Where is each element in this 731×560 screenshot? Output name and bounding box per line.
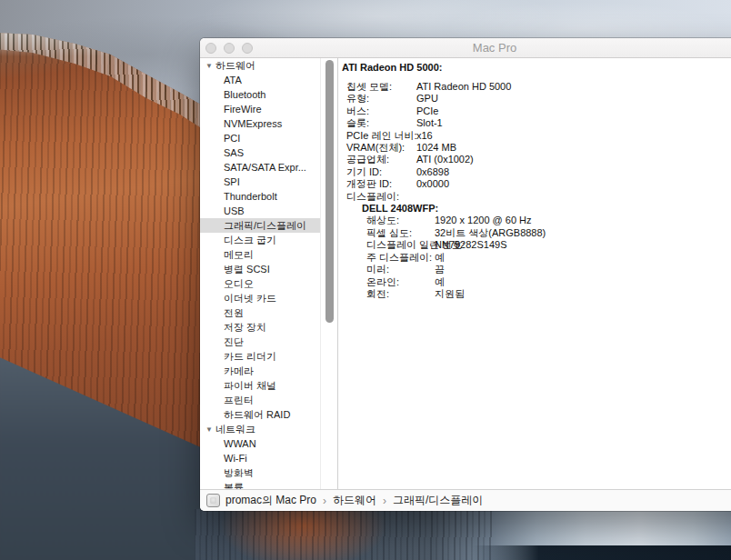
sidebar-list: ▼하드웨어 ATA Bluetooth FireWire NVMExpress … xyxy=(200,58,320,489)
breadcrumb-graphics-displays: 그래픽/디스플레이 xyxy=(393,493,483,508)
computer-icon xyxy=(206,494,220,507)
sidebar-item-power[interactable]: 전원 xyxy=(200,305,320,320)
sidebar-item-audio[interactable]: 오디오 xyxy=(200,276,320,291)
sidebar-item-nvmexpress[interactable]: NVMExpress xyxy=(200,116,320,131)
system-information-window: Mac Pro ▼하드웨어 ATA Bluetooth FireWire NVM… xyxy=(200,38,731,511)
info-row-revision-id: 개정판 ID:0x0000 xyxy=(342,178,731,190)
sidebar-item-printers[interactable]: 프린터 xyxy=(200,393,320,407)
sidebar-item-pci[interactable]: PCI xyxy=(200,131,320,145)
gpu-info-rows: 칩셋 모델:ATI Radeon HD 5000 유형:GPU 버스:PCIe … xyxy=(342,81,731,300)
info-panel: ATI Radeon HD 5000: 칩셋 모델:ATI Radeon HD … xyxy=(338,58,731,489)
info-row-bus: 버스:PCIe xyxy=(342,105,731,117)
sidebar-item-firewall[interactable]: 방화벽 xyxy=(200,465,320,480)
info-row-vram: VRAM(전체):1024 MB xyxy=(342,142,731,154)
info-row-chipset-model: 칩셋 모델:ATI Radeon HD 5000 xyxy=(342,81,731,93)
sidebar-item-storage[interactable]: 저장 장치 xyxy=(200,320,320,335)
sidebar-item-parallel-scsi[interactable]: 병렬 SCSI xyxy=(200,262,320,276)
breadcrumb-hardware: 하드웨어 xyxy=(333,493,376,508)
window-title: Mac Pro xyxy=(200,38,731,58)
sidebar-group-network[interactable]: ▼네트워크 xyxy=(200,422,320,436)
sidebar-group-label: 하드웨어 xyxy=(215,60,255,71)
sidebar-item-usb[interactable]: USB xyxy=(200,204,320,218)
sidebar-item-ata[interactable]: ATA xyxy=(200,73,320,87)
sidebar-item-volumes[interactable]: 볼륨 xyxy=(200,480,320,489)
display-row-pixel-depth: 픽셀 심도:32비트 색상(ARGB8888) xyxy=(342,227,731,239)
info-row-vendor: 공급업체:ATI (0x1002) xyxy=(342,154,731,165)
sidebar-item-spi[interactable]: SPI xyxy=(200,175,320,189)
breadcrumb-statusbar: promac의 Mac Pro › 하드웨어 › 그래픽/디스플레이 xyxy=(200,489,731,511)
sidebar-item-card-reader[interactable]: 카드 리더기 xyxy=(200,349,320,364)
sidebar-item-disc-burning[interactable]: 디스크 굽기 xyxy=(200,233,320,247)
sidebar-item-sas[interactable]: SAS xyxy=(200,145,320,160)
disclosure-triangle-icon[interactable]: ▼ xyxy=(205,59,215,73)
chevron-right-icon: › xyxy=(383,495,386,507)
window-body: ▼하드웨어 ATA Bluetooth FireWire NVMExpress … xyxy=(200,58,731,489)
display-row-serial-number: 디스플레이 일련 번호:NN79282S149S xyxy=(342,239,731,251)
gpu-section-title: ATI Radeon HD 5000: xyxy=(342,61,731,74)
info-row-pcie-lane-width: PCIe 레인 너비:x16 xyxy=(342,130,731,142)
sidebar-item-hardware-raid[interactable]: 하드웨어 RAID xyxy=(200,407,320,422)
sidebar-group-hardware[interactable]: ▼하드웨어 xyxy=(200,58,320,73)
sidebar-item-memory[interactable]: 메모리 xyxy=(200,247,320,262)
sidebar-item-graphics-displays[interactable]: 그래픽/디스플레이 xyxy=(200,218,320,233)
info-row-displays-header: 디스플레이: xyxy=(342,191,731,203)
breadcrumb-computer: promac의 Mac Pro xyxy=(225,493,316,508)
sidebar-item-ethernet-cards[interactable]: 이더넷 카드 xyxy=(200,291,320,305)
sidebar-scrollbar-thumb[interactable] xyxy=(325,60,334,323)
display-row-resolution: 해상도:1920 x 1200 @ 60 Hz xyxy=(342,215,731,226)
sidebar-item-sata[interactable]: SATA/SATA Expr... xyxy=(200,160,320,175)
sidebar-item-fibre-channel[interactable]: 파이버 채널 xyxy=(200,378,320,393)
sidebar-item-wwan[interactable]: WWAN xyxy=(200,436,320,451)
sidebar-item-camera[interactable]: 카메라 xyxy=(200,364,320,378)
wallpaper-bottom-dark-band xyxy=(473,545,731,560)
wallpaper-bottom-rock-streaks xyxy=(195,509,495,560)
info-row-type: 유형:GPU xyxy=(342,93,731,105)
sidebar-item-firewire[interactable]: FireWire xyxy=(200,102,320,116)
sidebar-scrollbar[interactable] xyxy=(320,58,338,489)
sidebar-item-bluetooth[interactable]: Bluetooth xyxy=(200,87,320,102)
window-titlebar[interactable]: Mac Pro xyxy=(200,38,731,58)
info-row-slot: 슬롯:Slot-1 xyxy=(342,117,731,129)
display-row-mirror: 미러:끔 xyxy=(342,264,731,275)
sidebar-item-diagnostics[interactable]: 진단 xyxy=(200,335,320,349)
sidebar-group-label: 네트워크 xyxy=(215,424,255,435)
disclosure-triangle-icon[interactable]: ▼ xyxy=(205,423,215,436)
info-row-device-id: 기기 ID:0x6898 xyxy=(342,166,731,178)
sidebar-item-wifi[interactable]: Wi-Fi xyxy=(200,451,320,465)
display-name-header: DELL 2408WFP: xyxy=(342,203,731,215)
sidebar: ▼하드웨어 ATA Bluetooth FireWire NVMExpress … xyxy=(200,58,320,489)
display-row-main-display: 주 디스플레이:예 xyxy=(342,252,731,264)
display-row-rotation: 회전:지원됨 xyxy=(342,288,731,300)
chevron-right-icon: › xyxy=(323,495,326,507)
sidebar-item-thunderbolt[interactable]: Thunderbolt xyxy=(200,189,320,204)
display-row-online: 온라인:예 xyxy=(342,276,731,288)
